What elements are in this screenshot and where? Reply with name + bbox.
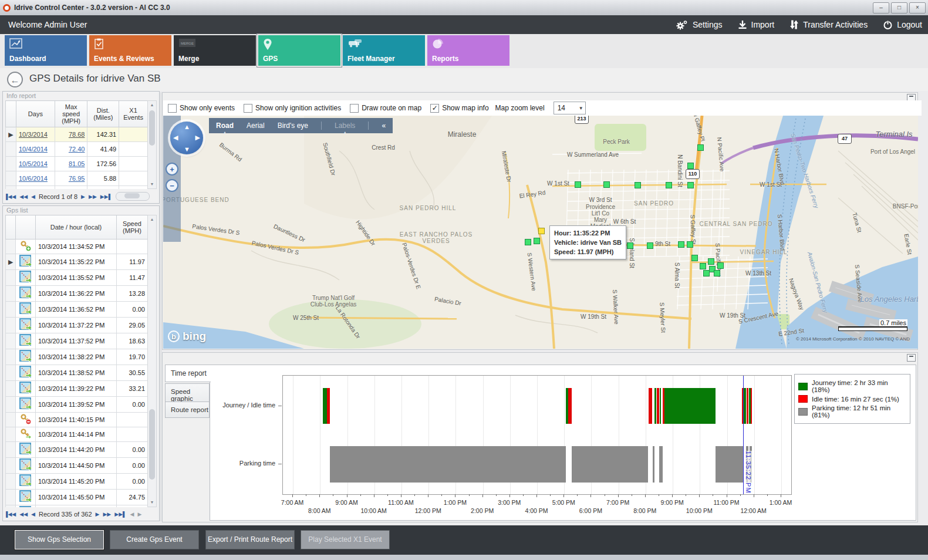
day-link[interactable]: 10/3/2014 bbox=[19, 131, 48, 138]
chart-panel-collapse-button[interactable] bbox=[907, 354, 916, 362]
map-style-labels[interactable]: Labels▲ bbox=[335, 122, 355, 130]
info-report-hscrollbar[interactable] bbox=[116, 192, 150, 201]
footer-button-show-gps-selection[interactable]: Show Gps Selection bbox=[15, 530, 104, 549]
gps-marker[interactable] bbox=[697, 144, 704, 151]
pager-next-button[interactable]: ▶ bbox=[96, 511, 100, 517]
pager-prev-button[interactable]: ◀ bbox=[31, 511, 35, 517]
top-action-transfer-activities[interactable]: Transfer Activities bbox=[789, 19, 868, 30]
pager-next-page-button[interactable]: ▶▶ bbox=[89, 194, 97, 200]
gps-marker[interactable] bbox=[708, 258, 714, 265]
tab-merge[interactable]: MERGEMerge bbox=[174, 35, 256, 66]
gps-marker[interactable] bbox=[687, 241, 693, 248]
gps-marker[interactable] bbox=[647, 242, 653, 249]
map-bar-collapse-button[interactable]: « bbox=[382, 122, 386, 130]
gps-marker[interactable] bbox=[691, 255, 698, 261]
info-report-table[interactable]: DaysMaxspeed(MPH)Dist.(Miles)X1 Events▶1… bbox=[5, 100, 148, 189]
day-link[interactable]: 10/4/2014 bbox=[19, 146, 48, 153]
footer-button-create-gps-event[interactable]: Create Gps Event bbox=[110, 530, 199, 549]
gps-list-row[interactable]: 10/3/2014 11:45:20 PM0.00 bbox=[6, 474, 148, 490]
pager-prev-button[interactable]: ◀ bbox=[31, 194, 35, 200]
pager-last-button[interactable]: ▶▶▌ bbox=[114, 511, 126, 517]
max-speed-link[interactable]: 81.05 bbox=[69, 160, 85, 167]
gps-marker[interactable] bbox=[635, 182, 641, 188]
map-style-road[interactable]: Road▲ bbox=[216, 122, 234, 130]
checkbox-box[interactable] bbox=[350, 104, 359, 113]
info-report-row[interactable]: 10/4/201472.4041.49 bbox=[6, 142, 148, 157]
gps-list-row[interactable]: 10/3/2014 11:44:50 PM0.00 bbox=[6, 458, 148, 474]
gps-list-row[interactable]: 10/3/2014 11:38:52 PM30.55 bbox=[6, 365, 148, 381]
pager-first-button[interactable]: ▐◀◀ bbox=[4, 511, 16, 517]
max-speed-link[interactable]: 72.40 bbox=[69, 146, 85, 153]
gps-marker[interactable] bbox=[678, 241, 684, 248]
tab-events-reviews[interactable]: Events & Reviews bbox=[89, 35, 171, 66]
pager-prev-page-button[interactable]: ◀◀ bbox=[19, 511, 28, 517]
max-speed-link[interactable]: 78.68 bbox=[69, 131, 85, 138]
info-report-row[interactable]: 10/6/201476.955.88 bbox=[6, 171, 148, 186]
gps-list-scrollbar[interactable]: ▲▼ bbox=[147, 215, 157, 507]
day-link[interactable]: 10/6/2014 bbox=[19, 175, 48, 182]
minimize-button[interactable]: – bbox=[873, 2, 889, 14]
tab-reports[interactable]: Reports bbox=[427, 35, 509, 66]
top-action-settings[interactable]: Settings bbox=[676, 19, 723, 30]
top-action-import[interactable]: Import bbox=[738, 20, 775, 29]
map-style-birdseye[interactable]: Bird's eye bbox=[278, 122, 308, 130]
gps-marker[interactable] bbox=[700, 263, 706, 269]
back-button[interactable]: ← bbox=[7, 72, 23, 87]
gps-list-row[interactable]: 10/3/2014 11:40:15 PM bbox=[6, 413, 148, 427]
info-report-row[interactable]: 10/5/201481.05172.56 bbox=[6, 157, 148, 171]
pager-prev-page-button[interactable]: ◀◀ bbox=[19, 194, 28, 200]
checkbox-box[interactable] bbox=[244, 104, 252, 113]
gps-list-row[interactable]: 10/3/2014 11:37:22 PM29.05 bbox=[6, 318, 148, 333]
pager-next-page-button[interactable]: ▶▶ bbox=[103, 511, 111, 517]
gps-marker[interactable] bbox=[603, 181, 610, 188]
gps-list-row[interactable]: 10/3/2014 11:36:22 PM13.28 bbox=[6, 286, 148, 302]
gps-list-row[interactable]: 10/3/2014 11:39:22 PM33.21 bbox=[6, 381, 148, 397]
gps-list-row[interactable]: 10/3/2014 11:44:14 PM bbox=[6, 427, 148, 442]
map-compass-control[interactable]: ▲▼ ◀▶ bbox=[170, 122, 203, 154]
gps-marker[interactable] bbox=[717, 262, 724, 269]
gps-marker[interactable] bbox=[525, 239, 531, 245]
gps-marker[interactable] bbox=[666, 182, 672, 188]
map-style-aerial[interactable]: Aerial bbox=[247, 122, 265, 130]
chart-tab-time-report[interactable]: Time report bbox=[165, 365, 211, 382]
map-view[interactable]: MiralestePeck ParkW Summerland AveCrest … bbox=[163, 116, 918, 349]
checkbox-show-map-info[interactable]: ✓Show map info bbox=[430, 104, 488, 113]
gps-marker[interactable] bbox=[575, 181, 581, 188]
selected-gps-marker[interactable] bbox=[538, 228, 545, 234]
pager-first-button[interactable]: ▐◀◀ bbox=[4, 194, 16, 200]
pager-hscroll-left[interactable]: ◀ bbox=[130, 511, 134, 517]
info-report-row[interactable]: ▶10/3/201478.68142.31 bbox=[6, 127, 148, 142]
info-report-row[interactable]: 10/7/201468.6212.99 bbox=[6, 186, 148, 190]
gps-list-row[interactable]: 10/3/2014 11:44:20 PM0.00 bbox=[6, 442, 148, 458]
checkbox-box[interactable]: ✓ bbox=[430, 104, 439, 113]
tab-fleet-manager[interactable]: Fleet Manager bbox=[343, 35, 425, 66]
gps-list-row[interactable]: 10/3/2014 11:36:52 PM0.00 bbox=[6, 302, 148, 318]
checkbox-box[interactable] bbox=[168, 104, 177, 113]
checkbox-show-only-ignition-activities[interactable]: Show only ignition activities bbox=[244, 104, 341, 113]
day-link[interactable]: 10/5/2014 bbox=[19, 160, 48, 167]
pager-hscroll-right[interactable]: ▶ bbox=[137, 511, 141, 517]
maximize-button[interactable]: □ bbox=[891, 2, 907, 14]
pager-next-button[interactable]: ▶ bbox=[81, 194, 85, 200]
gps-list-row[interactable]: 10/3/2014 11:46:20 PM17.93 bbox=[6, 505, 148, 508]
gps-list-row[interactable]: 10/3/2014 11:34:52 PM bbox=[6, 239, 148, 254]
map-zoom-in-button[interactable]: + bbox=[166, 163, 178, 176]
gps-list-row[interactable]: 10/3/2014 11:38:22 PM19.70 bbox=[6, 349, 148, 365]
gps-list-row[interactable]: 10/3/2014 11:39:52 PM0.00 bbox=[6, 397, 148, 413]
gps-marker[interactable] bbox=[627, 242, 633, 249]
gps-list-row[interactable]: 10/3/2014 11:45:50 PM24.75 bbox=[6, 490, 148, 505]
chart-tab-route-report[interactable]: Route report bbox=[165, 402, 210, 418]
gps-marker[interactable] bbox=[534, 238, 540, 244]
top-action-logout[interactable]: Logout bbox=[883, 20, 922, 30]
gps-list-row[interactable]: 10/3/2014 11:35:52 PM11.47 bbox=[6, 270, 148, 286]
checkbox-show-only-events[interactable]: Show only events bbox=[168, 104, 235, 113]
tab-gps[interactable]: GPS bbox=[258, 35, 340, 66]
pager-last-button[interactable]: ▶▶▌ bbox=[100, 194, 112, 200]
close-button[interactable]: × bbox=[909, 2, 926, 14]
checkbox-draw-route-on-map[interactable]: Draw route on map bbox=[350, 104, 421, 113]
gps-list-table[interactable]: Date / hour (local)Speed(MPH)10/3/2014 1… bbox=[5, 215, 148, 507]
map-zoom-out-button[interactable]: − bbox=[166, 179, 178, 192]
gps-list-row[interactable]: ▶10/3/2014 11:35:22 PM11.97 bbox=[6, 254, 148, 270]
gps-marker[interactable] bbox=[714, 270, 720, 276]
tab-dashboard[interactable]: Dashboard bbox=[5, 35, 87, 66]
